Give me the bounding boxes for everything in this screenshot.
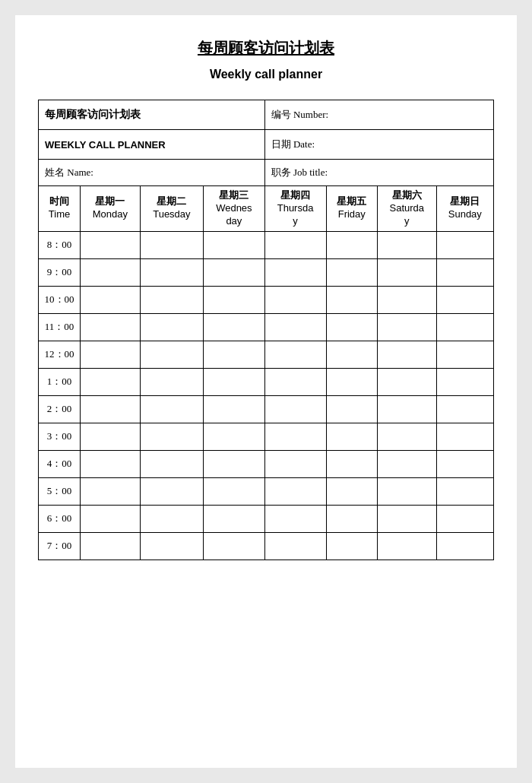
time-zh-label: 时间: [40, 195, 78, 208]
cell-wed-800: [204, 231, 265, 258]
time-1100: 11：00: [39, 313, 81, 341]
cell-fri-1100: [326, 313, 378, 341]
cell-sun-400: [436, 450, 493, 477]
time-700: 7：00: [39, 532, 81, 560]
cell-thu-1200: [264, 341, 326, 368]
cell-wed-900: [204, 258, 265, 286]
number-field: 编号 Number:: [264, 100, 493, 130]
cell-wed-700: [204, 532, 265, 560]
cell-sun-500: [436, 477, 493, 505]
header-saturday: 星期六 Saturday: [378, 186, 437, 232]
cell-sun-100: [436, 368, 493, 395]
header-sunday: 星期日 Sunday: [436, 186, 493, 232]
cell-sun-1100: [436, 313, 493, 341]
table-row: 6：00: [39, 505, 494, 532]
cell-fri-100: [326, 368, 378, 395]
time-400: 4：00: [39, 450, 81, 477]
cell-wed-600: [204, 505, 265, 532]
header-thursday: 星期四 Thursday: [264, 186, 326, 232]
cell-tue-1200: [140, 341, 203, 368]
info-row-1: 每周顾客访问计划表 编号 Number:: [39, 100, 494, 130]
cell-thu-600: [264, 505, 326, 532]
cell-sat-700: [378, 532, 437, 560]
cell-tue-100: [140, 368, 203, 395]
header-tuesday: 星期二 Tuesday: [140, 186, 203, 232]
cell-sun-1200: [436, 341, 493, 368]
cell-mon-1200: [81, 341, 141, 368]
cell-mon-900: [81, 258, 141, 286]
date-field: 日期 Date:: [264, 130, 493, 160]
time-en-label: Time: [40, 208, 78, 221]
time-500: 5：00: [39, 477, 81, 505]
cell-thu-900: [264, 258, 326, 286]
table-title-left: 每周顾客访问计划表: [39, 100, 265, 130]
table-row: 2：00: [39, 395, 494, 423]
cell-wed-1000: [204, 286, 265, 313]
cell-tue-300: [140, 423, 203, 450]
main-title: 每周顾客访问计划表: [38, 38, 494, 59]
cell-fri-1000: [326, 286, 378, 313]
cell-mon-500: [81, 477, 141, 505]
time-900: 9：00: [39, 258, 81, 286]
cell-tue-200: [140, 395, 203, 423]
friday-en: Friday: [328, 208, 376, 221]
cell-fri-500: [326, 477, 378, 505]
time-200: 2：00: [39, 395, 81, 423]
cell-thu-1000: [264, 286, 326, 313]
cell-wed-1200: [204, 341, 265, 368]
cell-fri-600: [326, 505, 378, 532]
cell-thu-300: [264, 423, 326, 450]
cell-sat-100: [378, 368, 437, 395]
cell-thu-100: [264, 368, 326, 395]
table-row: 12：00: [39, 341, 494, 368]
cell-sat-1000: [378, 286, 437, 313]
cell-sat-200: [378, 395, 437, 423]
cell-sun-300: [436, 423, 493, 450]
cell-tue-800: [140, 231, 203, 258]
cell-tue-400: [140, 450, 203, 477]
table-row: 4：00: [39, 450, 494, 477]
cell-wed-1100: [204, 313, 265, 341]
cell-tue-600: [140, 505, 203, 532]
cell-sat-1200: [378, 341, 437, 368]
cell-mon-1000: [81, 286, 141, 313]
time-header: 时间 Time: [39, 186, 81, 232]
cell-mon-200: [81, 395, 141, 423]
cell-thu-200: [264, 395, 326, 423]
cell-sat-500: [378, 477, 437, 505]
time-1200: 12：00: [39, 341, 81, 368]
cell-fri-800: [326, 231, 378, 258]
header-friday: 星期五 Friday: [326, 186, 378, 232]
tuesday-zh: 星期二: [142, 195, 201, 208]
cell-wed-200: [204, 395, 265, 423]
cell-fri-400: [326, 450, 378, 477]
monday-zh: 星期一: [82, 195, 138, 208]
cell-wed-400: [204, 450, 265, 477]
cell-sat-900: [378, 258, 437, 286]
cell-sun-900: [436, 258, 493, 286]
wednesday-zh: 星期三: [205, 189, 263, 202]
cell-sat-400: [378, 450, 437, 477]
thursday-zh: 星期四: [267, 189, 325, 202]
cell-mon-1100: [81, 313, 141, 341]
table-row: 5：00: [39, 477, 494, 505]
time-300: 3：00: [39, 423, 81, 450]
table-row: 10：00: [39, 286, 494, 313]
cell-sat-600: [378, 505, 437, 532]
cell-mon-600: [81, 505, 141, 532]
tuesday-en: Tuesday: [142, 208, 201, 221]
cell-thu-400: [264, 450, 326, 477]
table-row: 9：00: [39, 258, 494, 286]
cell-tue-700: [140, 532, 203, 560]
table-row: 1：00: [39, 368, 494, 395]
time-800: 8：00: [39, 231, 81, 258]
cell-sat-800: [378, 231, 437, 258]
sub-title: Weekly call planner: [38, 68, 494, 81]
cell-sun-200: [436, 395, 493, 423]
name-field: 姓名 Name:: [39, 160, 265, 186]
cell-sun-800: [436, 231, 493, 258]
cell-tue-1100: [140, 313, 203, 341]
job-title-field: 职务 Job title:: [264, 160, 493, 186]
cell-tue-900: [140, 258, 203, 286]
cell-wed-100: [204, 368, 265, 395]
